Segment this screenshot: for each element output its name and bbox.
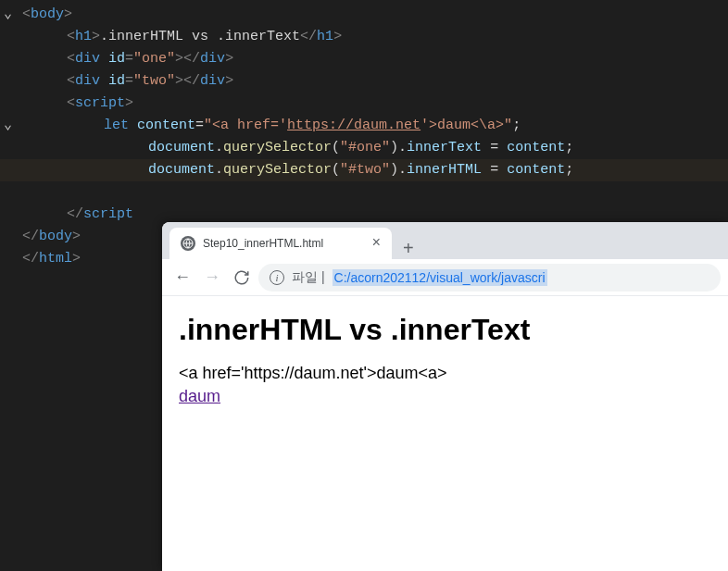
code-line[interactable] xyxy=(0,181,728,204)
rendered-page: .innerHTML vs .innerText <a href='https:… xyxy=(162,296,728,423)
forward-button[interactable]: → xyxy=(199,265,225,291)
browser-tab[interactable]: Step10_innerHTML.html × xyxy=(169,228,392,259)
fold-chevron[interactable]: ⌄ xyxy=(4,4,12,26)
browser-tab-bar: Step10_innerHTML.html × + xyxy=(162,222,728,259)
code-line[interactable]: <div id="two"></div> xyxy=(0,70,728,93)
new-tab-button[interactable]: + xyxy=(392,238,425,259)
globe-icon xyxy=(181,236,195,251)
code-line[interactable]: <body> xyxy=(0,4,728,26)
code-line[interactable]: document.querySelector("#two").innerHTML… xyxy=(0,159,728,181)
page-heading: .innerHTML vs .innerText xyxy=(179,313,711,347)
fold-chevron[interactable]: ⌄ xyxy=(4,115,12,137)
url-path: C:/acorn202112/visual_work/javascri xyxy=(333,269,547,286)
code-line[interactable]: <div id="one"></div> xyxy=(0,48,728,70)
innerhtml-output-link[interactable]: daum xyxy=(179,387,220,405)
innertext-output: <a href='https://daum.net'>daum<a> xyxy=(179,364,711,383)
code-line[interactable]: document.querySelector("#one").innerText… xyxy=(0,137,728,159)
browser-window: Step10_innerHTML.html × + ← → i 파일 | C:/… xyxy=(162,222,728,571)
reload-button[interactable] xyxy=(229,265,255,291)
address-bar[interactable]: i 파일 | C:/acorn202112/visual_work/javasc… xyxy=(258,264,721,292)
close-icon[interactable]: × xyxy=(371,235,381,252)
code-line[interactable]: let content="<a href='https://daum.net'>… xyxy=(0,115,728,137)
tab-title: Step10_innerHTML.html xyxy=(203,237,364,250)
back-button[interactable]: ← xyxy=(169,265,195,291)
url-prefix: 파일 | xyxy=(292,269,325,286)
code-line[interactable]: <script> xyxy=(0,93,728,115)
info-icon[interactable]: i xyxy=(270,270,284,285)
browser-toolbar: ← → i 파일 | C:/acorn202112/visual_work/ja… xyxy=(162,259,728,296)
code-line[interactable]: <h1>.innerHTML vs .innerText</h1> xyxy=(0,26,728,48)
